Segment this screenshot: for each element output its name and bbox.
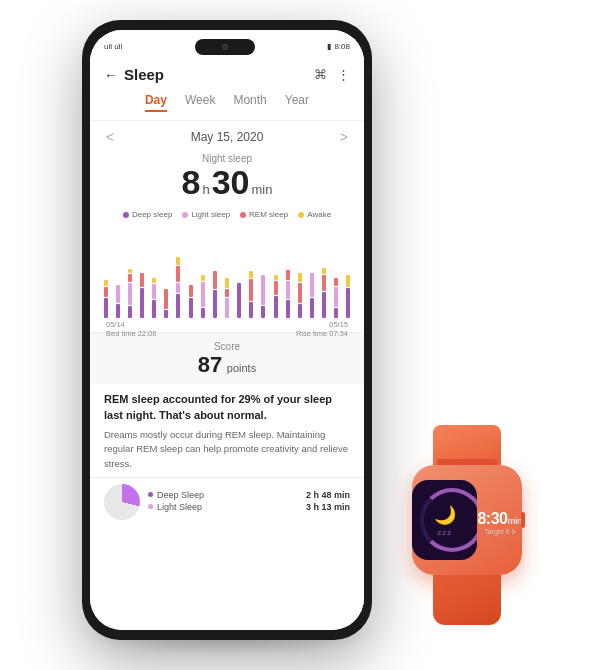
status-bar: ull ull ▮ 8:08: [90, 30, 364, 58]
header-left: ← Sleep: [104, 66, 164, 83]
more-icon[interactable]: ⋮: [337, 67, 350, 82]
bar-group: [282, 228, 293, 318]
light-bar: [176, 283, 180, 293]
link-icon[interactable]: ⌘: [314, 67, 327, 82]
bar-group: [149, 228, 160, 318]
chart-bars: [98, 228, 356, 318]
legend-rem-sleep: REM sleep: [240, 210, 288, 219]
awake-bar: [322, 268, 326, 274]
scene: ull ull ▮ 8:08 ← Sleep: [0, 0, 589, 670]
light-bar: [334, 287, 338, 307]
legend-awake: Awake: [298, 210, 331, 219]
breakdown-row-deep: Deep Sleep 2 h 48 min: [148, 490, 350, 500]
awake-bar: [128, 269, 132, 273]
current-date: May 15, 2020: [191, 130, 264, 144]
deep-bar: [140, 288, 144, 318]
bar-group: [209, 228, 220, 318]
rem-bar: [176, 266, 180, 282]
deep-bar: [164, 310, 168, 318]
bar-group: [173, 228, 184, 318]
deep-sleep-indicator: [148, 492, 153, 497]
awake-bar: [274, 275, 278, 280]
battery-icon: ▮: [327, 42, 331, 51]
rem-bar: [334, 278, 338, 286]
rem-bar: [298, 283, 302, 303]
sleep-text-section: REM sleep accounted for 29% of your slee…: [90, 384, 364, 477]
deep-sleep-breakdown-value: 2 h 48 min: [306, 490, 350, 500]
rem-bar: [249, 279, 253, 301]
deep-bar: [189, 298, 193, 318]
deep-bar: [334, 308, 338, 318]
tab-week[interactable]: Week: [185, 93, 215, 112]
moon-icon: 🌙: [434, 504, 456, 526]
score-label: Score: [90, 341, 364, 352]
back-button[interactable]: ←: [104, 67, 118, 83]
deep-bar: [128, 306, 132, 318]
light-sleep-breakdown-label: Light Sleep: [157, 502, 302, 512]
bed-time-label: Bed time 22:06: [106, 329, 156, 338]
sleep-text-headline: REM sleep accounted for 29% of your slee…: [104, 392, 350, 423]
bar-group: [319, 228, 330, 318]
light-bar: [261, 275, 265, 305]
deep-bar: [346, 288, 350, 318]
tab-day[interactable]: Day: [145, 93, 167, 112]
score-value: 87: [198, 352, 222, 377]
rem-bar: [213, 271, 217, 289]
light-bar: [152, 284, 156, 299]
prev-date-button[interactable]: <: [106, 129, 114, 145]
bar-group: [246, 228, 257, 318]
light-bar: [116, 285, 120, 303]
legend-light-sleep: Light sleep: [182, 210, 230, 219]
deep-bar: [310, 298, 314, 318]
awake-bar: [249, 271, 253, 278]
next-date-button[interactable]: >: [340, 129, 348, 145]
score-unit: points: [227, 362, 256, 374]
signal2: ull: [114, 42, 122, 51]
light-bar: [225, 298, 229, 318]
sleep-breakdown-section: Deep Sleep 2 h 48 min Light Sleep 3 h 13…: [90, 477, 364, 524]
tabs: Day Week Month Year: [90, 89, 364, 121]
awake-bar: [298, 273, 302, 282]
awake-dot: [298, 212, 304, 218]
deep-sleep-dot: [123, 212, 129, 218]
sleep-hours: 8: [182, 164, 201, 201]
light-bar: [286, 281, 290, 299]
deep-bar: [152, 300, 156, 318]
light-sleep-breakdown-value: 3 h 13 min: [306, 502, 350, 512]
light-bar: [128, 283, 132, 305]
awake-bar: [346, 275, 350, 287]
phone-inner: ull ull ▮ 8:08 ← Sleep: [90, 30, 364, 630]
sleep-pie-chart: [104, 484, 140, 520]
deep-bar: [286, 300, 290, 318]
tab-month[interactable]: Month: [233, 93, 266, 112]
header-right: ⌘ ⋮: [314, 67, 350, 82]
bar-group: [306, 228, 317, 318]
sleep-min-unit: min: [252, 183, 273, 197]
rem-bar: [189, 285, 193, 297]
chart-start-info: 05/14 Bed time 22:06: [106, 320, 156, 338]
bar-group: [100, 228, 111, 318]
zzz-text: zzz: [437, 528, 452, 537]
deep-bar: [213, 290, 217, 318]
chart-footer: 05/14 Bed time 22:06 05/15 Rise time 07:…: [98, 318, 356, 338]
deep-bar: [298, 304, 302, 318]
bar-group: [343, 228, 354, 318]
sleep-h-unit: h: [202, 183, 209, 197]
sleep-text-body: Dreams mostly occur during REM sleep. Ma…: [104, 428, 350, 471]
sleep-chart: 05/14 Bed time 22:06 05/15 Rise time 07:…: [90, 222, 364, 332]
rem-bar: [140, 273, 144, 287]
light-bar: [201, 282, 205, 307]
watch-body: 🌙 zzz 8:30min Target 8 h: [412, 465, 522, 575]
awake-label: Awake: [307, 210, 331, 219]
awake-bar: [225, 278, 229, 288]
awake-bar: [201, 275, 205, 281]
rise-time-label: Rise time 07:34: [296, 329, 348, 338]
tab-year[interactable]: Year: [285, 93, 309, 112]
bar-group: [234, 228, 245, 318]
deep-bar: [104, 298, 108, 318]
page-title: Sleep: [124, 66, 164, 83]
rem-bar: [128, 274, 132, 282]
bar-group: [331, 228, 342, 318]
camera-cutout: [222, 44, 228, 50]
date-nav: < May 15, 2020 >: [90, 121, 364, 149]
